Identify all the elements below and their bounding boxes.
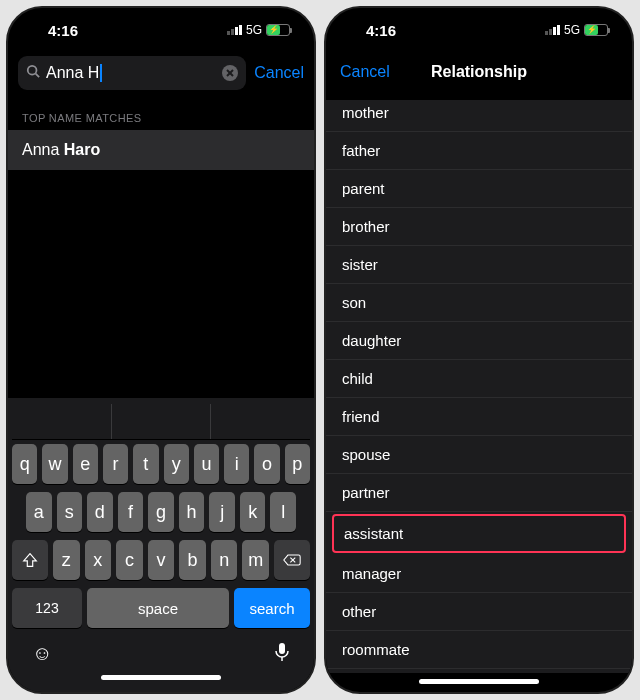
search-result-row[interactable]: Anna Haro <box>8 130 314 170</box>
relationship-option[interactable]: spouse <box>326 436 632 474</box>
emoji-key[interactable]: ☺ <box>32 642 52 667</box>
relationship-option[interactable]: partner <box>326 474 632 512</box>
relationship-option[interactable]: sister <box>326 246 632 284</box>
key-e[interactable]: e <box>73 444 98 484</box>
key-u[interactable]: u <box>194 444 219 484</box>
key-q[interactable]: q <box>12 444 37 484</box>
phone-search-contacts: 4:16 5G ⚡ Anna H Cancel TOP NAME MATCHES… <box>6 6 316 694</box>
signal-icon <box>545 25 560 35</box>
svg-rect-6 <box>279 643 285 654</box>
nav-bar: Cancel Relationship <box>326 52 632 92</box>
svg-point-0 <box>28 66 37 75</box>
key-a[interactable]: a <box>26 492 52 532</box>
relationship-option[interactable]: friend <box>326 398 632 436</box>
key-d[interactable]: d <box>87 492 113 532</box>
battery-icon: ⚡ <box>266 24 290 36</box>
relationship-option[interactable]: other <box>326 593 632 631</box>
numbers-key[interactable]: 123 <box>12 588 82 628</box>
network-label: 5G <box>564 23 580 37</box>
key-v[interactable]: v <box>148 540 175 580</box>
status-bar: 4:16 5G ⚡ <box>326 8 632 52</box>
dictation-key[interactable] <box>274 642 290 667</box>
key-h[interactable]: h <box>179 492 205 532</box>
relationship-option[interactable]: child <box>326 360 632 398</box>
cancel-button[interactable]: Cancel <box>340 63 390 81</box>
key-o[interactable]: o <box>254 444 279 484</box>
key-k[interactable]: k <box>240 492 266 532</box>
key-t[interactable]: t <box>133 444 158 484</box>
shift-key[interactable] <box>12 540 48 580</box>
relationship-option[interactable]: parent <box>326 170 632 208</box>
status-time: 4:16 <box>48 22 78 39</box>
nav-title: Relationship <box>431 63 527 81</box>
autocorrect-bar[interactable] <box>12 404 310 440</box>
key-f[interactable]: f <box>118 492 144 532</box>
key-w[interactable]: w <box>42 444 67 484</box>
search-row: Anna H Cancel <box>8 52 314 94</box>
key-r[interactable]: r <box>103 444 128 484</box>
signal-icon <box>227 25 242 35</box>
status-bar: 4:16 5G ⚡ <box>8 8 314 52</box>
key-i[interactable]: i <box>224 444 249 484</box>
relationship-option[interactable]: son <box>326 284 632 322</box>
cancel-search-button[interactable]: Cancel <box>254 64 304 82</box>
key-z[interactable]: z <box>53 540 80 580</box>
relationship-option[interactable]: daughter <box>326 322 632 360</box>
relationship-option[interactable]: assistant <box>332 514 626 553</box>
key-y[interactable]: y <box>164 444 189 484</box>
key-l[interactable]: l <box>270 492 296 532</box>
key-m[interactable]: m <box>242 540 269 580</box>
relationship-option[interactable]: brother <box>326 208 632 246</box>
status-right: 5G ⚡ <box>227 23 290 37</box>
backspace-key[interactable] <box>274 540 310 580</box>
relationship-option[interactable]: manager <box>326 555 632 593</box>
space-key[interactable]: space <box>87 588 229 628</box>
search-icon <box>26 64 40 82</box>
home-indicator[interactable] <box>101 675 221 680</box>
status-time: 4:16 <box>366 22 396 39</box>
relationship-option[interactable]: father <box>326 132 632 170</box>
search-results: TOP NAME MATCHES Anna Haro <box>8 94 314 398</box>
phone-relationship-picker: 4:16 5G ⚡ Cancel Relationship motherfath… <box>324 6 634 694</box>
search-field[interactable]: Anna H <box>18 56 246 90</box>
keyboard: qwertyuiop asdfghjkl zxcvbnm 123 space s… <box>8 398 314 692</box>
status-right: 5G ⚡ <box>545 23 608 37</box>
key-s[interactable]: s <box>57 492 83 532</box>
home-indicator[interactable] <box>419 679 539 684</box>
search-key[interactable]: search <box>234 588 310 628</box>
key-g[interactable]: g <box>148 492 174 532</box>
battery-icon: ⚡ <box>584 24 608 36</box>
section-header: TOP NAME MATCHES <box>8 94 314 130</box>
key-x[interactable]: x <box>85 540 112 580</box>
key-c[interactable]: c <box>116 540 143 580</box>
key-b[interactable]: b <box>179 540 206 580</box>
relationship-option[interactable]: mother <box>326 100 632 132</box>
relationship-list[interactable]: motherfatherparentbrothersistersondaught… <box>326 100 632 673</box>
search-input-value[interactable]: Anna H <box>46 64 216 83</box>
relationship-option[interactable]: doctor <box>326 669 632 673</box>
key-p[interactable]: p <box>285 444 310 484</box>
relationship-option[interactable]: roommate <box>326 631 632 669</box>
key-n[interactable]: n <box>211 540 238 580</box>
network-label: 5G <box>246 23 262 37</box>
clear-search-button[interactable] <box>222 65 238 81</box>
key-j[interactable]: j <box>209 492 235 532</box>
svg-line-1 <box>36 74 40 78</box>
